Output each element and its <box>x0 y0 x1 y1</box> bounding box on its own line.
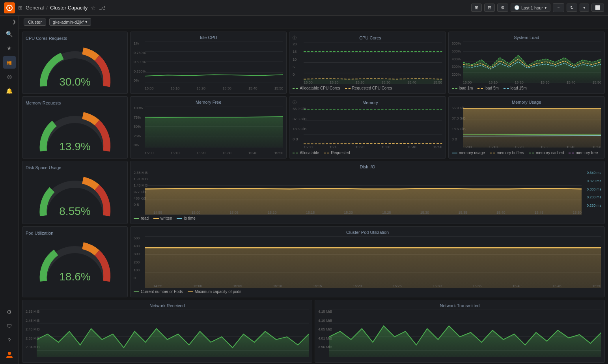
more-options-button[interactable]: ▾ <box>580 4 589 12</box>
sidebar-item-settings[interactable]: ⚙ <box>3 306 16 318</box>
memory-title: Memory <box>298 100 442 105</box>
net-recv-svg <box>37 310 309 357</box>
sidebar-item-help[interactable]: ? <box>3 334 16 347</box>
system-load-title: System Load <box>452 35 601 40</box>
legend-allocatable-cpu: Allocatable CPU Cores <box>293 86 340 90</box>
idle-cpu-area: 1%0.750%0.500%0.250%0% <box>134 41 283 90</box>
legend-requested-mem: Requested <box>324 151 350 155</box>
idle-cpu-title: Idle CPU <box>134 35 283 40</box>
memory-header: ⓘ Memory <box>293 100 442 105</box>
clock-icon: 🕐 <box>514 5 520 10</box>
disk-io-legend: read written io time <box>134 216 601 220</box>
svg-marker-48 <box>145 248 601 288</box>
net-recv-header: Network Received <box>26 303 309 308</box>
dashboard-view-button[interactable]: ⊞ <box>471 4 482 12</box>
sidebar-item-search[interactable]: 🔍 <box>3 28 16 40</box>
table-view-button[interactable]: ⊟ <box>484 4 495 12</box>
pod-util-y-labels: 5004003002001000 <box>134 236 140 281</box>
cpu-cores-title: CPU Cores <box>298 35 442 40</box>
filter-node-label: gke-admin-d2jkf <box>53 20 84 24</box>
memory-free-header: Memory Free <box>134 100 283 105</box>
sidebar-item-shield[interactable]: 🛡 <box>3 320 16 332</box>
chart-pod-utilization: Cluster Pod Utilization 5004003002001000 <box>130 226 605 297</box>
sidebar: ❯ 🔍 ★ ▦ ◎ 🔔 ⚙ 🛡 ? <box>0 16 19 364</box>
gauge-pod-wrap: 18.6% <box>35 238 114 285</box>
cpu-cores-area: 20151050 <box>293 42 442 84</box>
chart-idle-cpu: Idle CPU 1%0.750%0.500%0.250%0% <box>130 32 287 94</box>
disk-io-title: Disk I/O <box>134 164 601 169</box>
memory-free-title: Memory Free <box>134 100 283 105</box>
legend-written-dot <box>153 218 159 219</box>
gauge-memory-requests: Memory Requests 13.9% <box>22 96 128 159</box>
legend-current-pods-dot <box>134 291 139 292</box>
gauge-cpu-value: 30.0% <box>59 76 90 88</box>
pod-util-svg <box>145 236 601 288</box>
sidebar-item-user[interactable] <box>3 348 16 361</box>
breadcrumb-home[interactable]: General <box>26 5 44 11</box>
sidebar-item-explore[interactable]: ◎ <box>3 70 16 83</box>
sidebar-item-starred[interactable]: ★ <box>3 42 16 54</box>
breadcrumb-separator: / <box>46 5 48 11</box>
row-4: Pod Utilization 18.6% Cluster <box>22 226 605 297</box>
tv-mode-button[interactable]: ⬜ <box>591 4 604 12</box>
info-icon[interactable]: ⓘ <box>293 35 297 41</box>
memory-free-svg <box>145 106 283 147</box>
pod-util-area: 5004003002001000 <box>134 236 601 288</box>
gauge-pod-value: 18.6% <box>59 271 90 283</box>
info-icon-2[interactable]: ⓘ <box>293 100 297 105</box>
pod-util-legend: Current number of Pods Maximum capacity … <box>134 289 601 294</box>
star-icon[interactable]: ☆ <box>91 5 96 11</box>
memory-free-y-labels: 100%75%50%25%0% <box>134 106 143 148</box>
legend-load15m-dot <box>504 88 509 89</box>
legend-load5m-label: load 5m <box>485 86 499 90</box>
memory-usage-header: Memory Usage <box>452 100 601 105</box>
gauge-disk-title: Disk Space Usage <box>26 165 62 170</box>
legend-written-label: written <box>160 216 172 220</box>
cpu-cores-x-labels: 15:0015:1015:2015:3015:4015:50 <box>304 80 442 84</box>
system-load-y-labels: 600%500%400%300%200% <box>452 41 461 77</box>
chart-memory-usage: Memory Usage 55.9 GiB37.3 GiB18.6 GiB0 B <box>448 96 605 159</box>
legend-load5m: load 5m <box>477 86 499 90</box>
sidebar-item-dashboard[interactable]: ▦ <box>3 56 16 69</box>
settings-button[interactable]: ⚙ <box>497 4 508 12</box>
legend-mem-cached-label: memory cached <box>536 151 564 155</box>
filter-node-chevron: ▾ <box>85 19 88 24</box>
disk-io-area: 2.38 MiB1.91 MiB1.43 MiB977 KiB488 KiB0 … <box>134 171 601 215</box>
memory-usage-x-labels: 15:0015:1015:2015:3015:4015:50 <box>463 145 601 149</box>
net-recv-area: 2.53 MiB2.48 MiB2.43 MiB2.38 MiB2.34 MiB <box>26 310 309 357</box>
disk-io-x-labels: 14:5515:0015:0515:1015:1515:2015:2515:30… <box>153 211 582 215</box>
legend-current-pods: Current number of Pods <box>134 289 183 294</box>
sidebar-item-alerts[interactable]: 🔔 <box>3 84 16 97</box>
filter-node-select[interactable]: gke-admin-d2jkf ▾ <box>49 18 91 26</box>
top-nav: ⊞ General / Cluster Capacity ☆ ⎇ ⊞ ⊟ ⚙ 🕐… <box>0 0 608 16</box>
zoom-out-button[interactable]: － <box>553 3 564 12</box>
sidebar-toggle[interactable]: ❯ <box>0 19 19 24</box>
legend-load15m-label: load 15m <box>511 86 527 90</box>
row-1: CPU Cores Requests <box>22 32 605 94</box>
legend-allocatable-mem-dot <box>293 153 298 153</box>
legend-io-time-label: io time <box>184 216 195 220</box>
cpu-cores-svg <box>304 42 442 84</box>
svg-marker-34 <box>463 108 601 148</box>
idle-cpu-y-labels: 1%0.750%0.500%0.250%0% <box>134 41 146 83</box>
memory-usage-area: 55.9 GiB37.3 GiB18.6 GiB0 B <box>452 106 601 149</box>
system-load-svg <box>463 41 601 83</box>
refresh-button[interactable]: ↻ <box>567 4 577 12</box>
chevron-down-icon: ▾ <box>545 5 547 10</box>
idle-cpu-header: Idle CPU <box>134 35 283 40</box>
legend-mem-usage-label: memory usage <box>459 151 485 155</box>
filter-cluster-tag[interactable]: Cluster <box>24 19 46 26</box>
main-content: Cluster gke-admin-d2jkf ▾ CPU Cores Requ… <box>19 16 608 364</box>
gauge-memory-title: Memory Requests <box>26 101 61 105</box>
net-trans-title: Network Transmitted <box>318 303 601 308</box>
net-recv-title: Network Received <box>26 303 309 308</box>
gauge-cpu-title: CPU Cores Requests <box>26 36 67 41</box>
breadcrumb: General / Cluster Capacity <box>26 5 88 11</box>
memory-usage-legend: memory usage memory buffers memory cache… <box>452 151 601 155</box>
share-icon[interactable]: ⎇ <box>99 5 105 11</box>
legend-mem-free: memory free <box>569 151 598 155</box>
row-2: Memory Requests 13.9% Memory <box>22 96 605 159</box>
legend-mem-cached: memory cached <box>529 151 564 155</box>
time-range-button[interactable]: 🕐 Last 1 hour ▾ <box>511 4 550 12</box>
memory-svg <box>304 107 442 148</box>
